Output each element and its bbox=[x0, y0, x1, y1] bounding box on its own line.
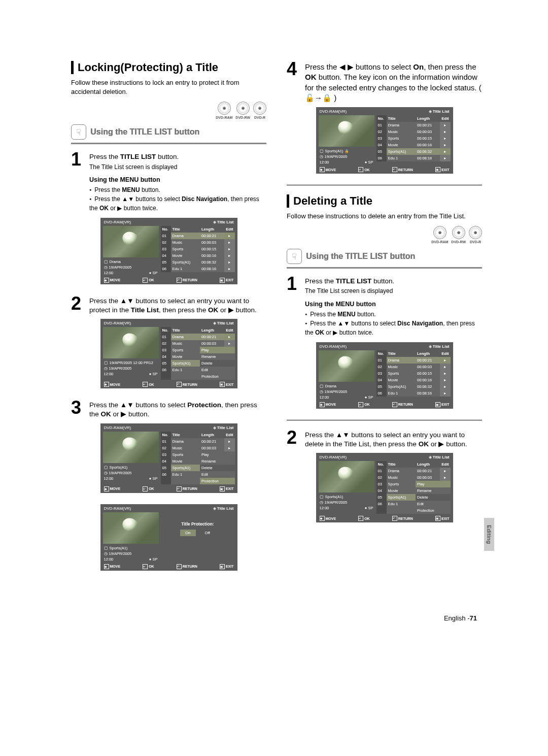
page-content: Locking(Protecting) a Title Follow these… bbox=[0, 0, 548, 612]
step-1-delete: 1 Press the TITLE LIST button. The Title… bbox=[287, 276, 482, 295]
preview-image bbox=[103, 327, 159, 358]
bullet-disc-nav: Press the ▲▼ buttons to select Disc Navi… bbox=[89, 194, 266, 213]
step-text: Press the TITLE LIST button. The Title L… bbox=[89, 151, 179, 171]
disc-icon: ◉ bbox=[433, 226, 447, 239]
bullet-press-menu: Press the MENU button. bbox=[305, 310, 482, 319]
divider bbox=[287, 185, 482, 185]
section-intro: Follow these instructions to delete an e… bbox=[287, 212, 482, 221]
ui-title-list-delete-1: DVD-RAM(VR)◈ Title List ▢ Drama ◷ 19/APR… bbox=[316, 342, 453, 409]
on-off-row: On Off bbox=[161, 530, 235, 545]
step-number: 3 bbox=[71, 400, 84, 419]
ui-title-list-1: DVD-RAM(VR)◈ Title List ▢ Drama ◷ 19/APR… bbox=[100, 218, 237, 284]
step-text: Press the ▲▼ buttons to select Protectio… bbox=[89, 400, 266, 419]
ui-title-list-delete-2: DVD-RAM(VR)◈ Title List ▢ Sports(A1) ◷ 1… bbox=[316, 453, 453, 522]
badge-dvd-rw: ◉DVD-RW bbox=[451, 226, 466, 244]
step-3: 3 Press the ▲▼ buttons to select Protect… bbox=[71, 400, 266, 419]
hand-icon: ☟ bbox=[287, 249, 302, 264]
on-button[interactable]: On bbox=[180, 530, 196, 536]
section-title-deleting: Deleting a Title bbox=[287, 194, 482, 208]
badge-dvd-ram: ◉DVD-RAM bbox=[431, 226, 448, 244]
disc-icon: ◉ bbox=[236, 102, 250, 115]
subheading-title-list: Using the TITLE LIST button bbox=[306, 252, 415, 261]
protection-label: Title Protection: bbox=[161, 512, 235, 530]
section-title-locking: Locking(Protecting) a Title bbox=[71, 61, 266, 74]
step-number: 2 bbox=[287, 430, 300, 449]
bullet-disc-nav: Press the ▲▼ buttons to select Disc Navi… bbox=[305, 319, 482, 337]
table-row: 04Movie00:00:16▸ bbox=[161, 252, 235, 259]
preview-image bbox=[103, 226, 159, 257]
lock-icon: 🔒 bbox=[322, 93, 332, 102]
step-number: 2 bbox=[71, 295, 84, 315]
step-number: 1 bbox=[287, 276, 300, 295]
ui-title-list-locked: DVD-RAM(VR)◈ Title List ▢ Sports(A1) 🔒 ◷… bbox=[316, 107, 453, 174]
step-text: Press the ▲▼ buttons to select an entry … bbox=[305, 430, 482, 449]
lock-icon: 🔒 bbox=[345, 149, 349, 153]
subheading-row: ☟ Using the TITLE LIST button bbox=[71, 124, 266, 144]
title-list-table: No.TitleLengthEdit 01Drama00:00:21▸ 02Mu… bbox=[161, 226, 235, 272]
badge-dvd-r: ◉DVD-R bbox=[469, 226, 482, 244]
divider bbox=[287, 420, 482, 420]
step-text: Press the ◀ ▶ buttons to select On, then… bbox=[305, 61, 482, 103]
disc-badges: ◉DVD-RAM ◉DVD-RW ◉DVD-R bbox=[287, 226, 482, 244]
menu-bullets: Press the MENU button. Press the ▲▼ butt… bbox=[305, 310, 482, 337]
badge-dvd-ram: ◉DVD-RAM bbox=[216, 102, 232, 119]
table-row: 02Music00:00:03▸ bbox=[161, 239, 235, 246]
table-row: 06Edu 100:08:16▸ bbox=[161, 266, 235, 272]
table-row: 05Sports(A1)00:06:32▸ bbox=[161, 259, 235, 266]
step-number: 4 bbox=[287, 61, 300, 103]
right-column: 4 Press the ◀ ▶ buttons to select On, th… bbox=[287, 61, 482, 582]
off-button[interactable]: Off bbox=[200, 530, 216, 536]
badge-dvd-rw: ◉DVD-RW bbox=[235, 102, 250, 119]
preview-image bbox=[319, 115, 374, 147]
disc-icon: ◉ bbox=[253, 102, 266, 115]
menu-bullets: Press the MENU button. Press the ▲▼ butt… bbox=[89, 185, 266, 213]
table-row: 01Drama00:00:21▸ bbox=[161, 233, 235, 239]
disc-badges: ◉DVD-RAM ◉DVD-RW ◉DVD-R bbox=[71, 102, 266, 119]
step-2: 2 Press the ▲▼ buttons to select an entr… bbox=[71, 295, 266, 315]
hand-icon: ☟ bbox=[71, 124, 86, 140]
subheading-title-list: Using the TITLE LIST button bbox=[90, 127, 199, 137]
step-number: 1 bbox=[71, 151, 84, 171]
step-text: Press the TITLE LIST button. The Title L… bbox=[305, 276, 394, 295]
left-column: Locking(Protecting) a Title Follow these… bbox=[71, 61, 266, 582]
step-text: Press the ▲▼ buttons to select an entry … bbox=[89, 295, 266, 315]
menu-button-title: Using the MENU button bbox=[89, 176, 266, 183]
table-row: 03Sports00:00:15▸ bbox=[161, 246, 235, 252]
preview-image bbox=[319, 350, 374, 382]
subheading-row: ☟ Using the TITLE LIST button bbox=[287, 249, 482, 269]
badge-dvd-r: ◉DVD-R bbox=[253, 102, 266, 119]
preview-image bbox=[103, 512, 159, 544]
ui-title-list-3: DVD-RAM(VR)◈ Title List ▢ Sports(A1) ◷ 1… bbox=[100, 423, 237, 493]
disc-icon: ◉ bbox=[452, 226, 465, 239]
section-intro: Follow these instructions to lock an ent… bbox=[71, 78, 266, 96]
unlock-icon: 🔓 bbox=[305, 93, 315, 102]
bullet-press-menu: Press the MENU button. bbox=[89, 185, 266, 194]
disc-icon: ◉ bbox=[469, 226, 482, 239]
side-tab-editing: Editing bbox=[484, 518, 494, 551]
step-1: 1 Press the TITLE LIST button. The Title… bbox=[71, 151, 266, 171]
page-footer: English -71 bbox=[0, 612, 548, 642]
preview-image bbox=[103, 432, 159, 463]
menu-button-title: Using the MENU button bbox=[305, 301, 482, 308]
step-2-delete: 2 Press the ▲▼ buttons to select an entr… bbox=[287, 430, 482, 449]
step-4: 4 Press the ◀ ▶ buttons to select On, th… bbox=[287, 61, 482, 103]
ui-title-list-2: DVD-RAM(VR)◈ Title List ▢ 19/APR/2005 12… bbox=[100, 319, 237, 388]
ui-title-protection: DVD-RAM(VR)◈ Title List ▢ Sports(A1) ◷ 1… bbox=[100, 504, 237, 571]
preview-image bbox=[319, 461, 374, 492]
disc-icon: ◉ bbox=[218, 102, 231, 115]
